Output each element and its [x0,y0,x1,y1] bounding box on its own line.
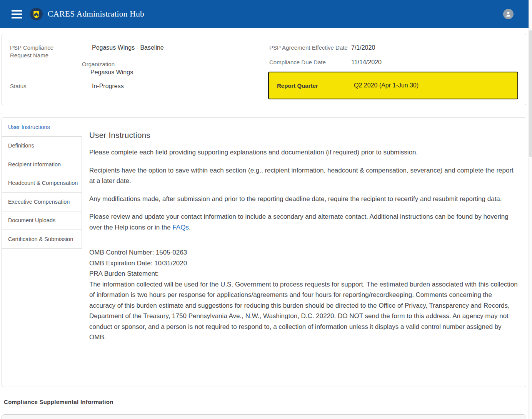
tab-user-instructions[interactable]: User Instructions [2,118,82,137]
effective-date-label: PSP Agreement Effective Date [269,44,351,52]
user-avatar-icon[interactable] [503,9,514,19]
summary-right-column: PSP Agreement Effective Date 7/1/2020 Co… [269,44,526,105]
app-title: CARES Administration Hub [48,9,144,19]
due-date-value: 11/14/2020 [351,59,382,66]
instruction-paragraph: Please complete each field providing sup… [89,147,518,158]
due-date-label: Compliance Due Date [269,59,351,66]
instruction-paragraph: Any modifications made, after submission… [89,194,518,204]
status-label: Status [10,82,76,90]
supplemental-section-heading: Compliance Supplemental Information [4,399,532,405]
summary-left-column: PSP Compliance Request Name Pegasus Wing… [10,44,269,105]
request-name-field: PSP Compliance Request Name Pegasus Wing… [10,44,269,59]
organization-field: Organization Pegasus Wings [82,60,269,76]
instructions-content: User Instructions Please complete each f… [82,118,526,387]
omb-expiration-date: OMB Expiration Date: 10/31/2020 [89,258,518,269]
page: CARES Administration Hub PSP Compliance … [0,0,532,419]
status-value: In-Progress [92,82,124,90]
page-title: User Instructions [89,131,518,140]
status-field: Status In-Progress [10,82,269,90]
app-logo-icon [30,8,43,20]
app-header: CARES Administration Hub [0,0,529,28]
effective-date-field: PSP Agreement Effective Date 7/1/2020 [269,44,521,52]
faqs-link[interactable]: FAQs [172,224,189,231]
tab-headcount-compensation[interactable]: Headcount & Compensation [2,174,82,193]
main-panel: User Instructions Definitions Recipient … [2,117,526,387]
faq-text-post: . [189,224,191,231]
pra-burden-statement-label: PRA Burden Statement: [89,268,518,279]
section-tabs: User Instructions Definitions Recipient … [2,118,82,387]
pra-burden-statement-text: The information collected will be used f… [89,279,518,343]
scrollbar-thumb[interactable] [529,30,532,157]
organization-label: Organization [82,60,269,68]
report-quarter-highlight: Report Quarter Q2 2020 (Apr 1-Jun 30) [268,72,518,99]
report-quarter-value: Q2 2020 (Apr 1-Jun 30) [354,82,419,89]
instruction-paragraph: Recipients have the option to save withi… [89,165,518,186]
effective-date-value: 7/1/2020 [351,44,375,52]
due-date-field: Compliance Due Date 11/14/2020 [269,59,521,66]
menu-icon[interactable] [12,10,22,18]
omb-control-number: OMB Control Number: 1505-0263 [89,247,518,258]
omb-block: OMB Control Number: 1505-0263 OMB Expira… [89,247,518,343]
organization-value: Pegasus Wings [90,69,269,76]
tab-certification-submission[interactable]: Certification & Submission [2,230,82,249]
instruction-paragraph-faq: Please review and update your contact in… [89,211,518,233]
tab-document-uploads[interactable]: Document Uploads [2,211,82,230]
tab-recipient-information[interactable]: Recipient Information [2,155,82,174]
compliance-summary-panel: PSP Compliance Request Name Pegasus Wing… [2,34,526,105]
faq-text-pre: Please review and update your contact in… [89,213,509,231]
request-name-label: PSP Compliance Request Name [10,44,76,59]
request-name-value: Pegasus Wings - Baseline [92,44,164,59]
tab-definitions[interactable]: Definitions [2,137,82,156]
report-quarter-label: Report Quarter [277,82,354,89]
supplemental-panel [2,414,526,419]
vertical-scrollbar[interactable] [529,0,532,419]
tab-executive-compensation[interactable]: Executive Compensation [2,193,82,211]
